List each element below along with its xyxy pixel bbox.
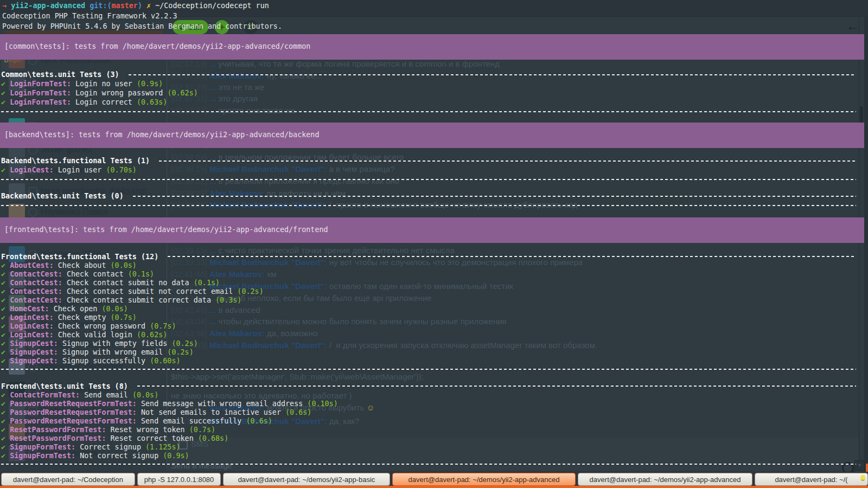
test-result-row: ✔ ContactCest: Check contact submit no d… <box>1 278 220 287</box>
suite-header: Common\tests.unit Tests (3) <box>1 70 856 79</box>
test-class-name: HomeCest: <box>10 305 54 313</box>
taskbar-window-button[interactable]: davert@davert-pad: ~/demos/yii2-app-basi… <box>223 473 390 486</box>
test-description: Check empty <box>58 313 111 322</box>
check-icon: ✔ <box>1 166 10 174</box>
test-class-name: ContactCest: <box>10 279 67 287</box>
taskbar-window-button[interactable]: davert@davert-pad: ~/( <box>755 473 868 486</box>
taskbar-window-button[interactable]: davert@davert-pad: ~/Codeception <box>1 473 135 486</box>
test-class-name: AboutCest: <box>10 261 58 269</box>
test-result-row: ✔ SignupCest: Signup with wrong email (0… <box>1 348 194 356</box>
test-class-name: LoginFormTest: <box>10 98 75 106</box>
test-result-row: ✔ LoginCest: Check valid login (0.62s) <box>1 330 167 339</box>
test-class-name: LoginFormTest: <box>10 89 75 97</box>
suite-title: Common\tests.unit Tests (3) <box>1 70 124 79</box>
test-duration: (0.60s) <box>150 357 180 365</box>
check-icon: ✔ <box>1 305 10 313</box>
test-description: Login no user <box>75 80 137 88</box>
test-class-name: ResetPasswordFormTest: <box>10 434 110 442</box>
check-icon: ✔ <box>1 322 10 330</box>
taskbar-window-button[interactable]: davert@davert-pad: ~/demos/yii2-app-adva… <box>578 473 752 486</box>
test-description: Reset correct token <box>111 434 198 442</box>
test-duration: (0.9s) <box>163 452 189 460</box>
test-description: Send email <box>84 391 132 399</box>
test-duration: (0.3s) <box>215 296 241 304</box>
git-prefix: git:( <box>90 2 111 10</box>
test-result-row: ✔ ContactCest: Check contact (0.1s) <box>1 269 154 278</box>
test-duration: (0.9s) <box>137 80 163 88</box>
check-icon: ✔ <box>1 400 10 408</box>
test-description: Check valid login <box>58 331 137 339</box>
test-duration: (0.2s) <box>237 287 263 296</box>
test-description: Not correct signup <box>80 452 163 460</box>
test-description: Check contact submit correct data <box>67 296 215 304</box>
test-duration: (0.7s) <box>189 426 215 434</box>
test-description: Signup with wrong email <box>62 348 167 356</box>
test-result-row: ✔ LoginCest: Check empty (0.7s) <box>1 313 137 322</box>
git-dirty-icon: ✗ <box>146 2 151 10</box>
check-icon: ✔ <box>1 426 10 434</box>
test-description: Send email successfully <box>141 417 246 425</box>
test-description: Check about <box>58 261 111 269</box>
header-dashes <box>133 196 856 197</box>
phpunit-version-line: Powered by PHPUnit 5.4.6 by Sebastian Be… <box>2 22 282 30</box>
taskbar-window-button[interactable]: php -S 127.0.0.1:8080 <box>137 473 221 486</box>
notification-bulb-icon[interactable] <box>860 475 865 480</box>
test-class-name: SignupFormTest: <box>10 452 80 460</box>
test-class-name: SignupCest: <box>10 357 62 365</box>
taskbar: davert@davert-pad: ~/Codeceptionphp -S 1… <box>0 472 868 488</box>
test-duration: (0.0s) <box>111 261 137 269</box>
suite-title: Backend\tests.unit Tests (0) <box>1 192 128 200</box>
test-duration: (0.70s) <box>106 166 137 174</box>
header-dashes <box>137 386 856 387</box>
check-icon: ✔ <box>1 313 10 322</box>
suite-title: Backend\tests.functional Tests (1) <box>1 157 154 165</box>
test-description: Login user <box>58 166 106 174</box>
test-class-name: SignupFormTest: <box>10 443 80 451</box>
test-class-name: LoginCest: <box>10 322 58 330</box>
check-icon: ✔ <box>1 434 10 442</box>
test-class-name: ContactFormTest: <box>10 391 84 399</box>
check-icon: ✔ <box>1 391 10 399</box>
test-result-row: ✔ SignupCest: Signup with empty fields (… <box>1 339 198 348</box>
check-icon: ✔ <box>1 287 10 296</box>
test-duration: (0.7s) <box>111 313 137 322</box>
test-result-row: ✔ PasswordResetRequestFormTest: Not send… <box>1 408 311 416</box>
check-icon: ✔ <box>1 408 10 416</box>
suite-header: Frontend\tests.unit Tests (8) <box>1 382 856 390</box>
section-separator-dashes <box>1 107 856 116</box>
check-icon: ✔ <box>1 417 10 425</box>
screen: Recent ← ✆ Call + ✆ My liveDAgk! Nick Pa… <box>0 0 868 488</box>
test-duration: (0.7s) <box>150 322 176 330</box>
test-description: Login wrong password <box>75 89 167 97</box>
test-duration: (0.62s) <box>137 331 167 339</box>
shell-prompt-line: → yii2-app-advanced git:(master) ✗ ~/Cod… <box>2 1 269 10</box>
check-icon: ✔ <box>1 98 10 106</box>
test-description: Check open <box>54 305 102 313</box>
suite-path-banner: [frontend\tests]: tests from /home/daver… <box>0 217 864 243</box>
test-duration: (0.6s) <box>285 408 311 416</box>
test-description: Not send emails to inactive user <box>141 408 285 416</box>
section-separator-dashes <box>1 365 856 374</box>
check-icon: ✔ <box>1 348 10 356</box>
test-class-name: LoginCest: <box>10 331 58 339</box>
header-dashes <box>168 256 856 257</box>
test-result-row: ✔ ContactCest: Check contact submit not … <box>1 287 264 296</box>
test-duration: (0.1s) <box>128 270 154 278</box>
suite-path-banner: [backend\tests]: tests from /home/davert… <box>0 123 864 148</box>
test-result-row: ✔ LoginCest: Check wrong password (0.7s) <box>1 322 176 330</box>
test-duration: (0.62s) <box>167 89 197 97</box>
taskbar-window-button[interactable]: davert@davert-pad: ~/demos/yii2-app-adva… <box>392 473 576 486</box>
test-description: Check contact <box>67 270 128 278</box>
git-branch: master <box>112 2 138 10</box>
test-duration: (0.68s) <box>198 434 228 442</box>
test-result-row: ✔ ContactCest: Check contact submit corr… <box>1 296 241 304</box>
test-result-row: ✔ LoginFormTest: Login wrong password (0… <box>1 88 198 98</box>
taskbar-bottom-strip <box>0 486 868 488</box>
test-result-row: ✔ ResetPasswordFormTest: Reset wrong tok… <box>1 425 215 434</box>
test-class-name: LoginCest: <box>10 313 58 322</box>
test-result-row: ✔ SignupFormTest: Correct signup (1.125s… <box>1 442 181 451</box>
suite-path-text: [frontend\tests]: tests from /home/daver… <box>4 226 328 234</box>
terminal-window: → yii2-app-advanced git:(master) ✗ ~/Cod… <box>0 0 868 488</box>
suite-path-banner: [common\tests]: tests from /home/davert/… <box>0 34 864 60</box>
test-description: Check wrong password <box>58 322 150 330</box>
